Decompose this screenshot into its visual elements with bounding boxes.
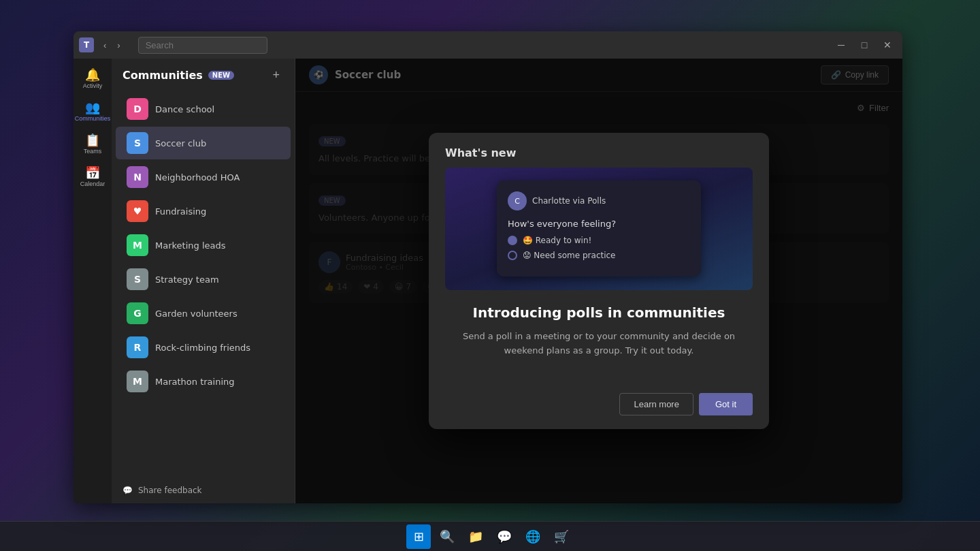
community-item-garden[interactable]: G Garden volunteers — [116, 297, 291, 330]
community-avatar-hoa: N — [127, 166, 148, 188]
poll-option-1: 🤩 Ready to win! — [508, 236, 690, 245]
activity-icon: 🔔 — [85, 69, 100, 81]
communities-panel: Communities NEW + D Dance school S Socce… — [112, 59, 295, 503]
poll-sender: C Charlotte via Polls — [508, 191, 690, 210]
nav-back-button[interactable]: ‹ — [99, 37, 110, 53]
got-it-button[interactable]: Got it — [699, 393, 753, 415]
community-avatar-marathon: M — [127, 371, 148, 392]
community-item-neighborhood-hoa[interactable]: N Neighborhood HOA — [116, 161, 291, 193]
taskbar-files-button[interactable]: 📁 — [463, 524, 488, 549]
add-community-button[interactable]: + — [268, 67, 284, 84]
taskbar: ⊞ 🔍 📁 💬 🌐 🛒 — [0, 521, 980, 551]
communities-title: Communities NEW — [122, 69, 234, 82]
sidebar-item-teams[interactable]: 📋 Teams — [78, 129, 108, 159]
calendar-icon: 📅 — [85, 167, 100, 179]
taskbar-start-button[interactable]: ⊞ — [406, 524, 431, 549]
taskbar-teams-button[interactable]: 💬 — [492, 524, 517, 549]
community-avatar-garden: G — [127, 302, 148, 324]
minimize-button[interactable]: ─ — [832, 35, 851, 54]
communities-label: Communities — [75, 115, 111, 122]
community-name-marketing: Marketing leads — [155, 240, 226, 251]
community-name-soccer: Soccer club — [155, 138, 206, 148]
taskbar-search-button[interactable]: 🔍 — [435, 524, 459, 549]
teams-label: Teams — [84, 148, 102, 155]
community-avatar-strategy: S — [127, 268, 148, 290]
calendar-label: Calendar — [80, 180, 105, 187]
nav-buttons: ‹ › — [99, 37, 125, 53]
share-feedback-button[interactable]: 💬 Share feedback — [112, 477, 295, 503]
community-item-fundraising[interactable]: ♥ Fundraising — [116, 195, 291, 227]
community-item-strategy[interactable]: S Strategy team — [116, 263, 291, 296]
community-item-rockclimbing[interactable]: R Rock-climbing friends — [116, 331, 291, 364]
title-bar: T ‹ › ─ □ ✕ — [74, 31, 902, 59]
poll-sender-name: Charlotte via Polls — [532, 196, 606, 206]
dialog-image-area: C Charlotte via Polls How's everyone fee… — [445, 168, 753, 290]
communities-header: Communities NEW + — [112, 59, 295, 92]
poll-option-text-1: 🤩 Ready to win! — [523, 236, 591, 245]
teams-logo-icon: T — [79, 37, 94, 52]
dialog-header-text: What's new — [445, 146, 517, 159]
community-avatar-soccer: S — [127, 132, 148, 154]
poll-option-2: 😟 Need some practice — [508, 251, 690, 260]
poll-question: How's everyone feeling? — [508, 219, 690, 229]
maximize-button[interactable]: □ — [855, 35, 874, 54]
community-name-rock: Rock-climbing friends — [155, 343, 250, 353]
community-name-strategy: Strategy team — [155, 274, 219, 285]
community-name-hoa: Neighborhood HOA — [155, 172, 240, 183]
community-name-marathon: Marathon training — [155, 377, 235, 387]
nav-forward-button[interactable]: › — [113, 37, 124, 53]
main-layout: 🔔 Activity 👥 Communities 📋 Teams 📅 Calen… — [74, 59, 902, 503]
communities-icon: 👥 — [85, 101, 100, 114]
communities-title-text: Communities — [122, 69, 203, 82]
poll-radio-2 — [508, 251, 517, 260]
dialog-description: Send a poll in a meeting or to your comm… — [445, 330, 753, 358]
sidebar-item-activity[interactable]: 🔔 Activity — [78, 64, 108, 94]
community-name-fundraising: Fundraising — [155, 206, 206, 217]
community-avatar-marketing: M — [127, 234, 148, 256]
community-avatar-rock: R — [127, 336, 148, 358]
communities-new-badge: NEW — [208, 71, 234, 80]
content-area: ⚽ Soccer club 🔗 Copy link ⚙ Filter NEW — [295, 59, 902, 503]
activity-label: Activity — [83, 82, 103, 89]
community-item-dance-school[interactable]: D Dance school — [116, 93, 291, 125]
dialog-overlay: What's new C Charlotte via Polls How's e… — [295, 59, 902, 503]
sidebar-item-calendar[interactable]: 📅 Calendar — [78, 162, 108, 192]
community-item-marathon[interactable]: M Marathon training — [116, 365, 291, 398]
search-input[interactable] — [138, 37, 267, 54]
poll-option-text-2: 😟 Need some practice — [523, 251, 616, 260]
teams-icon: 📋 — [85, 134, 100, 146]
learn-more-button[interactable]: Learn more — [619, 393, 693, 415]
community-name-dance: Dance school — [155, 104, 214, 114]
dialog-title: Introducing polls in communities — [445, 304, 753, 321]
sidebar-item-communities[interactable]: 👥 Communities — [78, 97, 108, 127]
feedback-icon: 💬 — [122, 486, 133, 495]
community-avatar-fundraising: ♥ — [127, 200, 148, 222]
community-item-soccer-club[interactable]: S Soccer club — [116, 127, 291, 159]
sidebar-icons: 🔔 Activity 👥 Communities 📋 Teams 📅 Calen… — [74, 59, 112, 503]
whats-new-dialog: What's new C Charlotte via Polls How's e… — [429, 133, 769, 430]
search-bar — [138, 37, 267, 54]
community-avatar-dance: D — [127, 98, 148, 120]
taskbar-browser-button[interactable]: 🌐 — [521, 524, 545, 549]
window-controls: ─ □ ✕ — [832, 35, 897, 54]
community-name-garden: Garden volunteers — [155, 309, 238, 319]
community-item-marketing[interactable]: M Marketing leads — [116, 229, 291, 262]
poll-radio-1 — [508, 236, 517, 245]
poll-card: C Charlotte via Polls How's everyone fee… — [497, 180, 701, 277]
dialog-content: Introducing polls in communities Send a … — [429, 290, 769, 385]
close-button[interactable]: ✕ — [878, 35, 897, 54]
dialog-actions: Learn more Got it — [429, 385, 769, 429]
dialog-header: What's new — [429, 133, 769, 168]
poll-sender-avatar: C — [508, 191, 527, 210]
share-feedback-label: Share feedback — [138, 486, 202, 495]
taskbar-store-button[interactable]: 🛒 — [549, 524, 574, 549]
title-bar-left: T ‹ › — [79, 37, 276, 54]
teams-window: T ‹ › ─ □ ✕ 🔔 Activity 👥 Communities — [74, 31, 902, 503]
